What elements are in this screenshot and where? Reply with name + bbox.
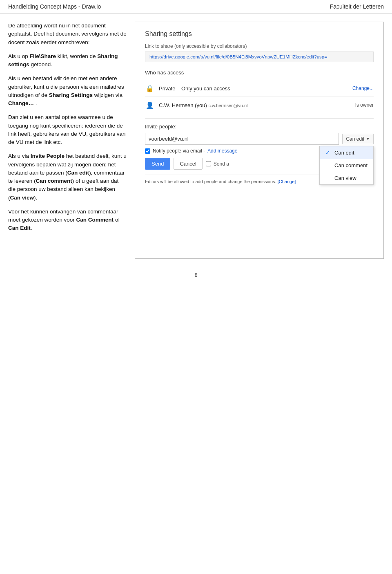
paragraph-3: Als u een bestand wilt delen met een and… (8, 74, 127, 108)
sharing-dialog-title: Sharing settings (145, 30, 374, 38)
access-info-owner: C.W. Hermsen (you) c.w.hermsen@vu.nl (159, 102, 351, 108)
add-message-link[interactable]: Add message (207, 148, 237, 154)
access-row-owner: 👤 C.W. Hermsen (you) c.w.hermsen@vu.nl I… (145, 96, 374, 113)
cancel-button[interactable]: Cancel (174, 158, 202, 170)
screenshot-column: Sharing settings Link to share (only acc… (135, 22, 384, 259)
dropdown-item-can-edit[interactable]: ✓ Can edit (320, 146, 373, 159)
main-content: De afbeelding wordt nu in het document g… (0, 13, 392, 267)
invite-row: Can edit ▼ ✓ Can edit Can comment (145, 133, 374, 145)
access-row-private: 🔒 Private – Only you can access Change..… (145, 80, 374, 96)
editors-note-change-link[interactable]: [Change] (278, 179, 296, 184)
can-edit-dropdown[interactable]: Can edit ▼ (342, 134, 374, 144)
sharing-dialog: Sharing settings Link to share (only acc… (135, 22, 383, 192)
paragraph-6: Voor het kunnen ontvangen van commentaar… (8, 208, 127, 233)
send-button[interactable]: Send (145, 158, 170, 170)
change-link-private[interactable]: Change... (352, 85, 374, 91)
send-copy-row: Send a (206, 161, 229, 167)
paragraph-5: Als u via Invite People het bestand deel… (8, 152, 127, 202)
paragraph-2: Als u op File\Share klikt, worden de Sha… (8, 52, 127, 69)
text-column: De afbeelding wordt nu in het document g… (8, 22, 127, 259)
dropdown-arrow: ▼ (366, 137, 370, 141)
owner-email: c.w.hermsen@vu.nl (208, 103, 247, 108)
dropdown-item-label-can-comment: Can comment (334, 162, 368, 168)
dropdown-menu: ✓ Can edit Can comment Can view (319, 146, 374, 185)
link-section-label: Link to share (only accessible by collab… (145, 43, 374, 49)
sharing-link-url: https://drive.google.com/a/vu.nl/file/d/… (145, 52, 374, 62)
lock-icon: 🔒 (145, 83, 155, 93)
dropdown-item-can-view[interactable]: Can view (320, 172, 373, 184)
send-copy-checkbox[interactable] (206, 161, 211, 166)
header-left-title: Handleiding Concept Maps - Draw.io (8, 3, 101, 10)
person-icon: 👤 (145, 100, 155, 110)
divider (145, 118, 374, 119)
paragraph-4: Dan ziet u een aantal opties waarmee u d… (8, 113, 127, 146)
private-access-name: Private – Only you can access (159, 85, 348, 92)
page-footer: 8 (0, 267, 392, 283)
who-has-access-label: Who has access (145, 70, 374, 76)
notify-checkbox[interactable] (145, 148, 150, 154)
send-copy-label: Send a (214, 161, 229, 167)
paragraph-1: De afbeelding wordt nu in het document g… (8, 22, 127, 47)
dropdown-item-label-can-edit: Can edit (334, 150, 354, 156)
notify-label: Notify people via email - (153, 148, 205, 154)
page-number: 8 (194, 272, 197, 278)
dropdown-item-label-can-view: Can view (334, 175, 356, 181)
owner-role: Is owner (355, 102, 374, 108)
dropdown-item-can-comment[interactable]: Can comment (320, 159, 373, 172)
can-edit-label: Can edit (346, 136, 364, 142)
page-header: Handleiding Concept Maps - Draw.io Facul… (0, 0, 392, 13)
owner-name: C.W. Hermsen (you) (159, 102, 207, 108)
header-right-title: Faculteit der Letteren (330, 3, 384, 10)
access-info-private: Private – Only you can access (159, 85, 348, 92)
editors-note-text: Editors will be allowed to add people an… (145, 179, 276, 184)
checkmark-icon: ✓ (325, 150, 331, 156)
invite-input[interactable] (145, 133, 339, 145)
invite-label: Invite people: (145, 123, 374, 130)
